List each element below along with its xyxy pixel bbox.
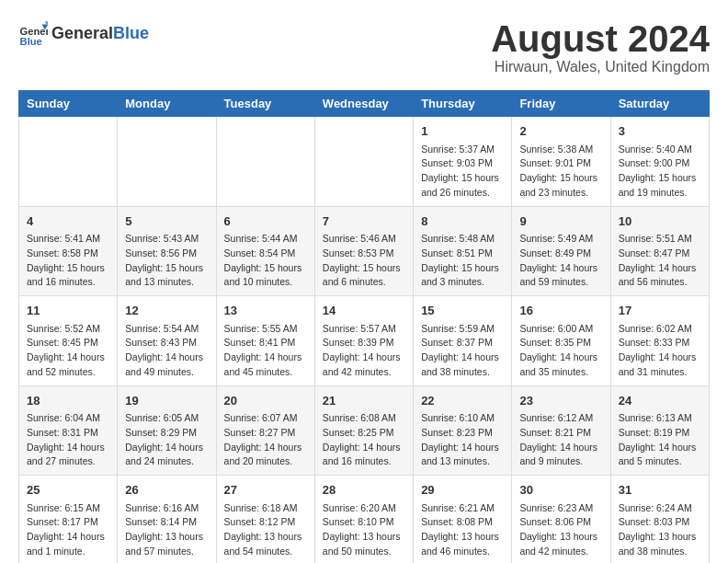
day-info-line: and 27 minutes. bbox=[27, 454, 109, 469]
day-info-line: Daylight: 15 hours bbox=[619, 171, 701, 186]
day-number: 15 bbox=[421, 302, 504, 320]
week-row-5: 25Sunrise: 6:15 AMSunset: 8:17 PMDayligh… bbox=[19, 476, 710, 564]
day-info-line: Sunset: 8:29 PM bbox=[125, 426, 208, 441]
cell-w2-d7: 10Sunrise: 5:51 AMSunset: 8:47 PMDayligh… bbox=[610, 206, 709, 296]
col-tuesday: Tuesday bbox=[216, 91, 314, 117]
day-info-line: Sunset: 8:03 PM bbox=[619, 515, 701, 530]
day-info-line: and 35 minutes. bbox=[519, 365, 602, 380]
cell-w5-d7: 31Sunrise: 6:24 AMSunset: 8:03 PMDayligh… bbox=[610, 476, 709, 564]
day-info-line: Sunrise: 6:21 AM bbox=[421, 501, 504, 516]
calendar-header-row: Sunday Monday Tuesday Wednesday Thursday… bbox=[19, 91, 710, 117]
day-info-line: Sunset: 8:51 PM bbox=[421, 247, 504, 261]
day-info-line: Daylight: 13 hours bbox=[323, 530, 405, 545]
cell-w5-d3: 27Sunrise: 6:18 AMSunset: 8:12 PMDayligh… bbox=[216, 476, 314, 564]
day-info-line: and 5 minutes. bbox=[619, 454, 701, 469]
day-number: 24 bbox=[619, 392, 701, 410]
page-header: General Blue General Blue August 2024 Hi… bbox=[18, 18, 710, 75]
cell-w1-d1 bbox=[19, 117, 118, 207]
day-number: 5 bbox=[125, 213, 208, 231]
day-info-line: Sunrise: 6:24 AM bbox=[619, 501, 701, 516]
day-info-line: Sunrise: 5:43 AM bbox=[125, 232, 208, 247]
cell-w5-d5: 29Sunrise: 6:21 AMSunset: 8:08 PMDayligh… bbox=[414, 476, 512, 564]
day-info-line: and 46 minutes. bbox=[421, 545, 504, 559]
week-row-4: 18Sunrise: 6:04 AMSunset: 8:31 PMDayligh… bbox=[19, 385, 710, 476]
day-info-line: Sunset: 8:58 PM bbox=[27, 247, 109, 261]
day-info-line: Sunset: 8:10 PM bbox=[323, 515, 405, 530]
day-info-line: and 6 minutes. bbox=[323, 275, 405, 290]
day-info-line: Daylight: 14 hours bbox=[421, 350, 504, 365]
day-info-line: and 26 minutes. bbox=[421, 186, 504, 201]
day-info-line: and 38 minutes. bbox=[421, 365, 504, 380]
day-info-line: and 52 minutes. bbox=[27, 365, 109, 380]
day-info-line: Sunrise: 6:10 AM bbox=[421, 411, 504, 426]
day-info-line: Sunrise: 6:18 AM bbox=[224, 501, 307, 516]
day-info-line: Daylight: 14 hours bbox=[421, 441, 504, 455]
cell-w3-d2: 12Sunrise: 5:54 AMSunset: 8:43 PMDayligh… bbox=[118, 296, 216, 386]
day-number: 30 bbox=[519, 481, 602, 500]
day-info-line: Sunrise: 6:20 AM bbox=[323, 501, 405, 516]
day-info-line: Daylight: 13 hours bbox=[421, 530, 504, 545]
day-info-line: and 16 minutes. bbox=[323, 454, 405, 469]
day-number: 21 bbox=[323, 392, 405, 410]
day-info-line: Sunrise: 6:02 AM bbox=[619, 322, 701, 337]
day-number: 14 bbox=[323, 302, 405, 320]
day-info-line: Sunrise: 6:23 AM bbox=[519, 501, 602, 516]
day-info-line: Daylight: 14 hours bbox=[323, 350, 405, 365]
day-number: 26 bbox=[125, 481, 208, 500]
day-info-line: Sunset: 8:14 PM bbox=[125, 515, 208, 530]
day-info-line: Sunrise: 5:48 AM bbox=[421, 232, 504, 247]
week-row-1: 1Sunrise: 5:37 AMSunset: 9:03 PMDaylight… bbox=[19, 117, 710, 207]
cell-w1-d5: 1Sunrise: 5:37 AMSunset: 9:03 PMDaylight… bbox=[414, 117, 512, 207]
day-info-line: and 42 minutes. bbox=[323, 365, 405, 380]
day-number: 7 bbox=[323, 213, 405, 231]
day-info-line: and 59 minutes. bbox=[519, 275, 602, 290]
day-number: 27 bbox=[224, 481, 307, 500]
cell-w4-d3: 20Sunrise: 6:07 AMSunset: 8:27 PMDayligh… bbox=[216, 385, 314, 476]
day-info-line: Sunrise: 5:37 AM bbox=[421, 143, 504, 157]
day-number: 3 bbox=[619, 122, 701, 141]
cell-w3-d4: 14Sunrise: 5:57 AMSunset: 8:39 PMDayligh… bbox=[314, 296, 413, 386]
day-info-line: Sunrise: 5:46 AM bbox=[323, 232, 405, 247]
day-info-line: Daylight: 14 hours bbox=[519, 261, 602, 276]
day-info-line: Daylight: 13 hours bbox=[519, 530, 602, 545]
day-info-line: and 50 minutes. bbox=[323, 545, 405, 559]
cell-w4-d4: 21Sunrise: 6:08 AMSunset: 8:25 PMDayligh… bbox=[314, 385, 413, 476]
day-info-line: and 13 minutes. bbox=[421, 454, 504, 469]
day-info-line: Sunrise: 5:55 AM bbox=[224, 322, 307, 337]
day-info-line: Sunset: 8:41 PM bbox=[224, 336, 307, 350]
day-info-line: Sunset: 8:33 PM bbox=[619, 336, 701, 350]
day-info-line: Sunset: 8:47 PM bbox=[619, 247, 701, 261]
day-info-line: Sunset: 8:49 PM bbox=[519, 247, 602, 261]
cell-w5-d2: 26Sunrise: 6:16 AMSunset: 8:14 PMDayligh… bbox=[118, 476, 216, 564]
day-info-line: Sunrise: 6:08 AM bbox=[323, 411, 405, 426]
day-info-line: Sunrise: 5:52 AM bbox=[27, 322, 109, 337]
col-friday: Friday bbox=[512, 91, 610, 117]
logo-general-text: General bbox=[51, 24, 113, 43]
day-info-line: Sunrise: 6:00 AM bbox=[519, 322, 602, 337]
day-info-line: Daylight: 14 hours bbox=[125, 350, 208, 365]
day-info-line: and 54 minutes. bbox=[224, 545, 307, 559]
day-info-line: Sunrise: 6:05 AM bbox=[125, 411, 208, 426]
logo-icon: General Blue bbox=[18, 18, 48, 48]
day-info-line: Sunset: 8:08 PM bbox=[421, 515, 504, 530]
day-number: 22 bbox=[421, 392, 504, 410]
day-info-line: Daylight: 14 hours bbox=[224, 350, 307, 365]
cell-w1-d3 bbox=[216, 117, 314, 207]
day-info-line: Daylight: 14 hours bbox=[519, 441, 602, 455]
day-info-line: Daylight: 14 hours bbox=[27, 350, 109, 365]
day-number: 23 bbox=[519, 392, 602, 410]
cell-w1-d2 bbox=[118, 117, 216, 207]
cell-w4-d1: 18Sunrise: 6:04 AMSunset: 8:31 PMDayligh… bbox=[19, 385, 118, 476]
cell-w2-d3: 6Sunrise: 5:44 AMSunset: 8:54 PMDaylight… bbox=[216, 206, 314, 296]
day-number: 18 bbox=[27, 392, 109, 410]
day-info-line: and 23 minutes. bbox=[519, 186, 602, 201]
day-info-line: Sunrise: 5:57 AM bbox=[323, 322, 405, 337]
day-number: 9 bbox=[519, 213, 602, 231]
cell-w5-d4: 28Sunrise: 6:20 AMSunset: 8:10 PMDayligh… bbox=[314, 476, 413, 564]
logo: General Blue General Blue bbox=[18, 18, 149, 48]
day-number: 6 bbox=[224, 213, 307, 231]
day-info-line: and 57 minutes. bbox=[125, 545, 208, 559]
day-number: 25 bbox=[27, 481, 109, 500]
day-info-line: Daylight: 14 hours bbox=[125, 441, 208, 455]
day-info-line: and 16 minutes. bbox=[27, 275, 109, 290]
